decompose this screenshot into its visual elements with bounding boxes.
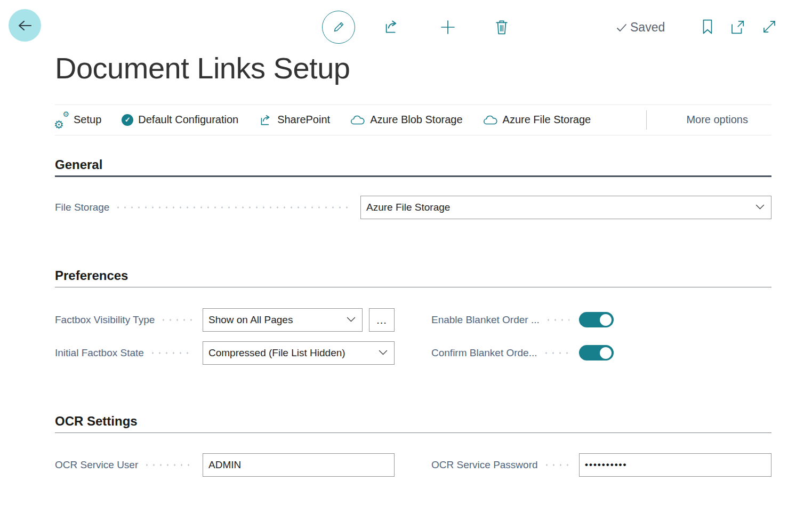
action-label: Azure File Storage: [503, 114, 591, 126]
dotted-leader: [543, 464, 569, 466]
page-content: Document Links Setup ⚙⚙ Setup ✓ Default …: [55, 0, 771, 477]
cloud-icon: [483, 115, 498, 125]
chevron-down-icon: [755, 204, 765, 210]
action-default-configuration[interactable]: ✓ Default Configuration: [122, 114, 238, 126]
ocr-service-password-label: OCR Service Password: [431, 459, 538, 471]
section-general-title: General: [55, 157, 771, 172]
file-storage-value: Azure File Storage: [361, 202, 755, 213]
field-initial-factbox-state: Initial Factbox State Compressed (File L…: [55, 341, 395, 365]
file-storage-label: File Storage: [55, 202, 109, 213]
section-general-rule: [55, 175, 771, 177]
field-confirm-blanket-order: Confirm Blanket Orde...: [431, 341, 771, 365]
file-storage-dropdown[interactable]: Azure File Storage: [360, 196, 771, 219]
action-setup[interactable]: ⚙⚙ Setup: [55, 113, 101, 127]
section-preferences-title: Preferences: [55, 268, 771, 283]
section-ocr-settings-rule: [55, 432, 771, 433]
confirm-blanket-order-label: Confirm Blanket Orde...: [431, 347, 537, 359]
toggle-knob: [600, 347, 612, 359]
initial-factbox-state-label: Initial Factbox State: [55, 347, 144, 359]
action-bar: ⚙⚙ Setup ✓ Default Configuration SharePo…: [55, 105, 771, 135]
enable-blanket-order-toggle[interactable]: [579, 312, 614, 327]
field-ocr-service-user: OCR Service User: [55, 453, 395, 477]
factbox-visibility-type-value: Show on All Pages: [203, 314, 347, 326]
action-label: Setup: [74, 114, 101, 126]
dotted-leader: [543, 352, 569, 354]
initial-factbox-state-dropdown[interactable]: Compressed (File List Hidden): [203, 341, 395, 365]
chevron-down-icon: [347, 317, 356, 323]
section-ocr-settings: OCR Settings OCR Service User OCR Servic…: [55, 414, 771, 477]
section-preferences-rule: [55, 287, 771, 287]
dotted-leader: [143, 464, 193, 466]
action-sharepoint[interactable]: SharePoint: [259, 113, 330, 127]
ocr-service-user-input[interactable]: [203, 453, 395, 477]
assist-edit-button[interactable]: ...: [369, 308, 395, 332]
ocr-service-password-input[interactable]: ••••••••••: [579, 453, 771, 477]
initial-factbox-state-value: Compressed (File List Hidden): [203, 347, 379, 359]
dotted-leader: [545, 319, 569, 321]
page-title: Document Links Setup: [55, 49, 771, 87]
action-label: Default Configuration: [138, 114, 238, 126]
action-azure-blob-storage[interactable]: Azure Blob Storage: [350, 114, 462, 126]
more-options-button[interactable]: More options: [667, 114, 771, 126]
back-button[interactable]: [9, 9, 41, 42]
action-bar-divider: [646, 110, 647, 130]
field-factbox-visibility-type: Factbox Visibility Type Show on All Page…: [55, 308, 395, 332]
field-ocr-service-password: OCR Service Password ••••••••••: [431, 453, 771, 477]
action-label: SharePoint: [277, 114, 330, 126]
arrow-left-icon: [17, 19, 33, 32]
section-preferences: Preferences Factbox Visibility Type Show…: [55, 268, 771, 365]
cloud-icon: [350, 115, 365, 125]
field-enable-blanket-order: Enable Blanket Order ...: [431, 308, 771, 332]
dotted-leader: [115, 206, 351, 209]
action-label: Azure Blob Storage: [370, 114, 462, 126]
toggle-knob: [600, 314, 612, 326]
ocr-service-user-label: OCR Service User: [55, 459, 138, 471]
factbox-visibility-type-label: Factbox Visibility Type: [55, 314, 155, 326]
check-badge-icon: ✓: [122, 114, 133, 126]
gears-icon: ⚙⚙: [55, 113, 69, 127]
section-general: General File Storage Azure File Storage: [55, 157, 771, 219]
dotted-leader: [149, 352, 193, 354]
field-file-storage: File Storage Azure File Storage: [55, 196, 771, 219]
section-ocr-settings-title: OCR Settings: [55, 414, 771, 429]
confirm-blanket-order-toggle[interactable]: [579, 345, 614, 360]
enable-blanket-order-label: Enable Blanket Order ...: [431, 314, 540, 326]
ocr-service-password-value: ••••••••••: [580, 460, 771, 470]
action-azure-file-storage[interactable]: Azure File Storage: [483, 114, 591, 126]
chevron-down-icon: [379, 350, 388, 356]
share-icon: [259, 113, 272, 127]
factbox-visibility-type-dropdown[interactable]: Show on All Pages: [203, 308, 363, 332]
dotted-leader: [160, 319, 193, 321]
